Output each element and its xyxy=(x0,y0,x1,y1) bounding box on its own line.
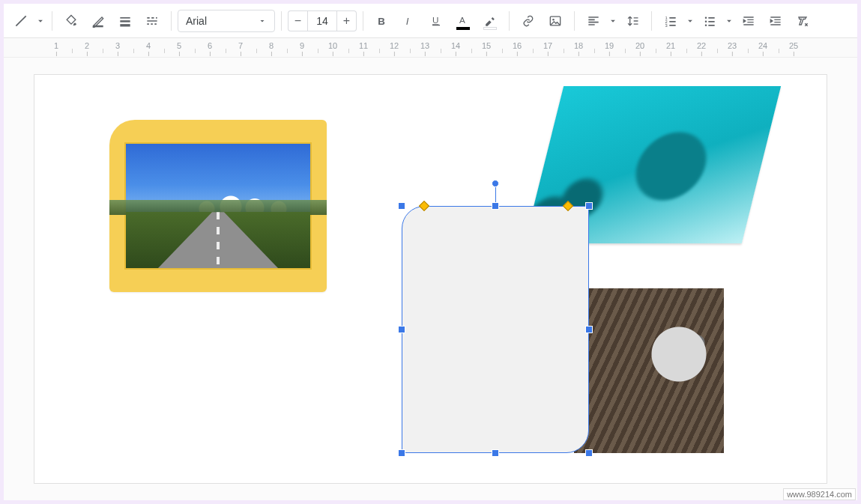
ruler-tick: 21 xyxy=(666,41,675,50)
line-tool-button[interactable] xyxy=(8,8,34,34)
ruler-tick: 22 xyxy=(697,41,706,50)
rotation-handle[interactable] xyxy=(492,180,499,187)
separator xyxy=(509,11,510,31)
svg-point-17 xyxy=(705,24,707,26)
ruler-tick: 16 xyxy=(513,41,522,50)
toolbar: Arial − 14 + B I U A xyxy=(4,4,857,38)
ruler-tick: 11 xyxy=(359,41,368,50)
resize-handle-middle-left[interactable] xyxy=(398,326,405,333)
line-spacing-button[interactable] xyxy=(620,8,645,34)
svg-text:B: B xyxy=(378,16,385,27)
svg-text:I: I xyxy=(406,16,409,27)
insert-link-button[interactable] xyxy=(516,8,541,34)
ruler-tick: 12 xyxy=(390,41,399,50)
border-color-button[interactable] xyxy=(85,8,111,34)
font-size-group: − 14 + xyxy=(288,10,357,31)
ruler-tick: 17 xyxy=(543,41,552,50)
svg-rect-8 xyxy=(432,25,440,25)
ruler-tick: 8 xyxy=(269,41,274,50)
resize-handle-bottom-right[interactable] xyxy=(585,449,593,457)
font-size-value[interactable]: 14 xyxy=(307,10,337,31)
text-color-button[interactable]: A xyxy=(450,8,476,34)
numbered-list-dropdown[interactable] xyxy=(685,8,695,34)
increase-indent-button[interactable] xyxy=(763,8,788,34)
svg-rect-4 xyxy=(120,24,130,26)
svg-text:A: A xyxy=(459,14,465,24)
ruler-tick: 9 xyxy=(300,41,304,50)
italic-button[interactable]: I xyxy=(396,8,422,34)
svg-rect-3 xyxy=(120,20,130,22)
svg-rect-1 xyxy=(93,25,103,27)
align-button[interactable] xyxy=(581,8,606,34)
clear-formatting-button[interactable] xyxy=(790,8,815,34)
horizontal-ruler[interactable]: 1234567891011121314151617181920212223242… xyxy=(4,38,857,58)
ruler-tick: 7 xyxy=(238,41,243,50)
ruler-tick: 25 xyxy=(789,41,798,50)
resize-handle-middle-right[interactable] xyxy=(585,326,593,333)
separator xyxy=(281,11,282,31)
canvas-wrap xyxy=(4,58,857,500)
ruler-tick: 20 xyxy=(635,41,644,50)
font-size-increase-button[interactable]: + xyxy=(337,10,357,31)
ruler-tick: 13 xyxy=(420,41,429,50)
svg-point-15 xyxy=(705,16,707,19)
font-family-value: Arial xyxy=(186,15,207,27)
road-photo xyxy=(124,142,312,270)
font-family-select[interactable]: Arial xyxy=(178,10,275,32)
resize-handle-top-left[interactable] xyxy=(398,202,405,210)
bulleted-list-dropdown[interactable] xyxy=(724,8,734,34)
selected-shape-bounds[interactable] xyxy=(402,206,589,453)
ruler-tick: 5 xyxy=(177,41,181,50)
ruler-tick: 14 xyxy=(451,41,460,50)
highlight-color-button[interactable] xyxy=(477,8,503,34)
bold-button[interactable]: B xyxy=(369,8,395,34)
underline-button[interactable]: U xyxy=(423,8,449,34)
decrease-indent-button[interactable] xyxy=(736,8,761,34)
ruler-tick: 4 xyxy=(146,41,151,50)
rounded-rectangle-shape[interactable] xyxy=(402,206,589,453)
app-frame: Arial − 14 + B I U A xyxy=(4,4,857,500)
ruler-tick: 19 xyxy=(605,41,614,50)
ruler-tick: 23 xyxy=(728,41,737,50)
resize-handle-top-right[interactable] xyxy=(585,202,593,210)
ruler-tick: 15 xyxy=(482,41,491,50)
svg-rect-2 xyxy=(120,17,130,19)
separator xyxy=(574,11,575,31)
ruler-tick: 3 xyxy=(115,41,120,50)
svg-text:U: U xyxy=(432,15,438,25)
ruler-tick: 1 xyxy=(54,41,58,50)
insert-image-button[interactable] xyxy=(543,8,568,34)
bulleted-list-button[interactable] xyxy=(697,8,722,34)
svg-point-16 xyxy=(705,20,707,22)
border-dash-button[interactable] xyxy=(139,8,165,34)
border-weight-button[interactable] xyxy=(112,8,138,34)
ruler-tick: 6 xyxy=(208,41,212,50)
resize-handle-bottom-left[interactable] xyxy=(398,449,405,457)
separator xyxy=(171,11,172,31)
separator xyxy=(651,11,652,31)
fill-color-button[interactable] xyxy=(58,8,84,34)
image-frame-road[interactable] xyxy=(109,120,327,292)
numbered-list-button[interactable]: 123 xyxy=(658,8,683,34)
font-size-decrease-button[interactable]: − xyxy=(288,10,307,31)
svg-text:3: 3 xyxy=(665,22,668,27)
separator xyxy=(363,11,363,31)
svg-point-11 xyxy=(552,19,555,20)
line-tool-dropdown[interactable] xyxy=(35,8,46,34)
ruler-tick: 24 xyxy=(758,41,767,50)
ruler-tick: 2 xyxy=(85,41,89,50)
highlight-color-swatch xyxy=(483,27,497,30)
resize-handle-bottom-middle[interactable] xyxy=(492,449,499,457)
text-color-swatch xyxy=(456,27,470,30)
align-dropdown[interactable] xyxy=(608,8,618,34)
ruler-tick: 18 xyxy=(574,41,583,50)
svg-point-0 xyxy=(73,22,76,25)
watermark: www.989214.com xyxy=(783,488,856,500)
resize-handle-top-middle[interactable] xyxy=(492,202,499,210)
ruler-tick: 10 xyxy=(328,41,337,50)
separator xyxy=(52,11,52,31)
drawing-canvas[interactable] xyxy=(34,74,827,484)
image-cat[interactable] xyxy=(574,288,724,453)
